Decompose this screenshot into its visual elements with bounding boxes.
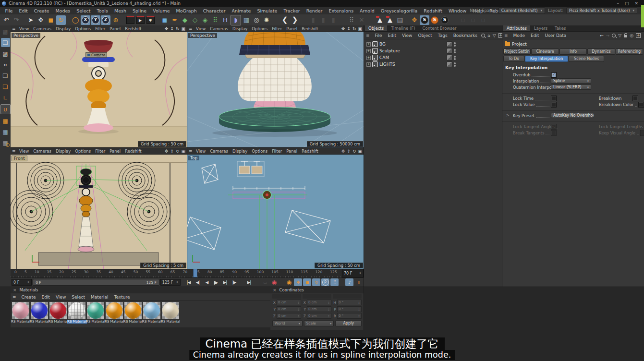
nav-back-icon[interactable]: ❮ xyxy=(280,15,290,25)
nav-forward-icon[interactable]: ❯ xyxy=(290,15,300,25)
model-mode-icon[interactable]: ❏ xyxy=(1,38,10,47)
script-note-icon[interactable]: ▤ xyxy=(395,15,405,25)
panel-tab[interactable]: Objects xyxy=(365,25,387,31)
viewport-menu-item[interactable]: Panel xyxy=(108,26,123,31)
menu-item[interactable]: MoGraph xyxy=(173,8,200,13)
undo-icon[interactable]: ↶ xyxy=(1,15,11,25)
materials-menu-item[interactable]: Select xyxy=(69,295,88,300)
autokeying-button[interactable]: ◉ xyxy=(285,278,293,286)
camera-tag[interactable]: Camera xyxy=(85,52,107,58)
pan-viewport-icon[interactable]: ✥ xyxy=(165,149,169,154)
viewport-menu-item[interactable]: View xyxy=(194,149,208,154)
dolly-viewport-icon[interactable]: ↕ xyxy=(170,149,174,154)
maximize-button[interactable]: □ xyxy=(625,1,629,6)
position-y-field[interactable]: 0 cm↕ xyxy=(277,306,301,312)
hamburger-icon[interactable]: ≡ xyxy=(189,26,193,31)
lock-icon[interactable] xyxy=(624,35,627,37)
viewport-canvas[interactable]: Perspective Camera xyxy=(11,32,187,147)
menu-item[interactable]: Simulate xyxy=(254,8,280,13)
coordinate-mode-dropdown[interactable]: World▾ xyxy=(272,320,303,326)
x-axis-lock-icon[interactable]: X xyxy=(81,15,90,25)
viewport-menu-item[interactable]: Redshift xyxy=(300,26,321,31)
live-selection-icon[interactable]: ➤ xyxy=(26,15,36,25)
sound-button[interactable]: ♪ xyxy=(345,278,353,286)
menu-item[interactable]: Tools xyxy=(94,8,111,13)
search-icon[interactable] xyxy=(612,34,616,37)
material-blue[interactable]: RS Material xyxy=(30,302,49,324)
visibility-dots[interactable] xyxy=(454,62,456,67)
viewport-menu-item[interactable]: Filter xyxy=(93,26,108,31)
object-row[interactable]: + Sculpture xyxy=(364,48,502,54)
objects-menu-item[interactable]: View xyxy=(399,33,415,38)
menu-item[interactable]: Character xyxy=(200,8,229,13)
attributes-tab-button[interactable]: Project Settings xyxy=(503,48,531,55)
grid-array-icon[interactable]: ⠿ xyxy=(347,15,356,25)
substance-3-icon[interactable]: S xyxy=(440,15,450,25)
pan-viewport-icon[interactable]: ✥ xyxy=(341,26,345,31)
viewport-menu-item[interactable]: Cameras xyxy=(208,149,231,154)
dolly-viewport-icon[interactable]: ↕ xyxy=(347,26,351,31)
menu-item[interactable]: File xyxy=(2,8,16,13)
attributes-menu-item[interactable]: User Data xyxy=(542,33,570,38)
add-clones-icon[interactable]: ⠿ xyxy=(210,15,220,25)
filter-icon[interactable]: ▽ xyxy=(493,33,496,38)
objects-menu-item[interactable]: Tags xyxy=(435,33,450,38)
rotate-viewport-icon[interactable]: ↻ xyxy=(176,149,180,154)
light-icon[interactable]: ✺ xyxy=(262,15,271,25)
menu-item[interactable]: Modes xyxy=(52,8,73,13)
break-tangents-checkbox[interactable] xyxy=(551,130,557,136)
lock-workplane-icon[interactable]: ▦ xyxy=(1,127,10,136)
viewport-canvas[interactable]: Front xyxy=(11,155,187,269)
menu-item[interactable]: Volume xyxy=(150,8,173,13)
current-frame-field[interactable]: 70 F↕ xyxy=(342,269,364,277)
material-pink[interactable]: RS Material xyxy=(12,302,30,324)
hamburger-icon[interactable]: ≡ xyxy=(504,33,508,38)
menu-item[interactable]: Mesh xyxy=(111,8,129,13)
pen-spline-icon[interactable]: ✒ xyxy=(170,15,180,25)
keyframe-record-button[interactable]: ◉ xyxy=(270,278,278,286)
pan-viewport-icon[interactable]: ✥ xyxy=(165,26,169,31)
overdub-checkbox[interactable]: ✓ xyxy=(551,72,557,78)
viewport-menu-item[interactable]: View xyxy=(17,26,31,31)
size-x-field[interactable]: 0 cm↕ xyxy=(307,300,331,305)
size-y-field[interactable]: 0 cm↕ xyxy=(307,306,331,312)
dolly-viewport-icon[interactable]: ↕ xyxy=(170,26,174,31)
viewport-menu-item[interactable]: Display xyxy=(54,149,73,154)
goto-end-button[interactable]: ▶| xyxy=(245,278,253,286)
attributes-menu-item[interactable]: Mode xyxy=(510,33,528,38)
keep-visual-angle-checkbox[interactable] xyxy=(640,130,644,136)
interpolation-dropdown[interactable]: Spline▾ xyxy=(551,78,591,84)
menu-item[interactable]: Render xyxy=(303,8,326,13)
rotation-h-field[interactable]: 0 °↕ xyxy=(337,300,362,305)
filter-icon[interactable]: ▽ xyxy=(618,33,621,38)
next-frame-button[interactable]: ▶| xyxy=(221,278,229,286)
range-start-field[interactable]: 0 F↕ xyxy=(12,279,32,286)
expand-icon[interactable]: + xyxy=(366,49,371,53)
panel-tab[interactable]: Attributes xyxy=(503,25,530,31)
objects-menu-item[interactable]: Object xyxy=(415,33,435,38)
material-orange-1[interactable]: RS Material xyxy=(105,302,123,324)
key-preset-dropdown[interactable]: AutoKey No Overshoot▾ xyxy=(551,113,594,118)
rotate-viewport-icon[interactable]: ↻ xyxy=(352,26,356,31)
target-icon[interactable]: ◎ xyxy=(630,33,633,38)
render-settings-icon[interactable]: ✱ xyxy=(146,15,155,25)
object-enable-toggle[interactable] xyxy=(447,41,452,47)
record-position-button[interactable]: ✥ xyxy=(294,278,302,286)
timeline-ruler[interactable]: 0510152025303540455055606570758085909510… xyxy=(11,269,341,277)
render-picture-viewer-icon[interactable]: ▶ xyxy=(135,15,145,25)
spline-wrap-icon[interactable]: ◗ xyxy=(231,15,241,25)
position-x-field[interactable]: 0 cm↕ xyxy=(277,300,301,305)
panel-tab[interactable]: Takes xyxy=(551,25,569,31)
point-mode-icon[interactable]: ⠶ xyxy=(1,60,10,69)
menu-item[interactable]: Extensions xyxy=(326,8,357,13)
expander-icon[interactable]: > xyxy=(506,113,510,118)
move-tool-icon[interactable]: ✥ xyxy=(36,15,46,25)
viewport-label[interactable]: Front xyxy=(12,156,27,161)
hamburger-icon[interactable]: ≡ xyxy=(12,26,16,31)
rotate-viewport-icon[interactable]: ↻ xyxy=(176,26,180,31)
viewport-menu-item[interactable]: Filter xyxy=(270,26,284,31)
viewport-menu-item[interactable]: Options xyxy=(73,26,93,31)
history-forward-icon[interactable]: → xyxy=(606,33,610,38)
breakdown-checkbox[interactable] xyxy=(632,96,638,101)
materials-menu-item[interactable]: Material xyxy=(88,295,111,300)
